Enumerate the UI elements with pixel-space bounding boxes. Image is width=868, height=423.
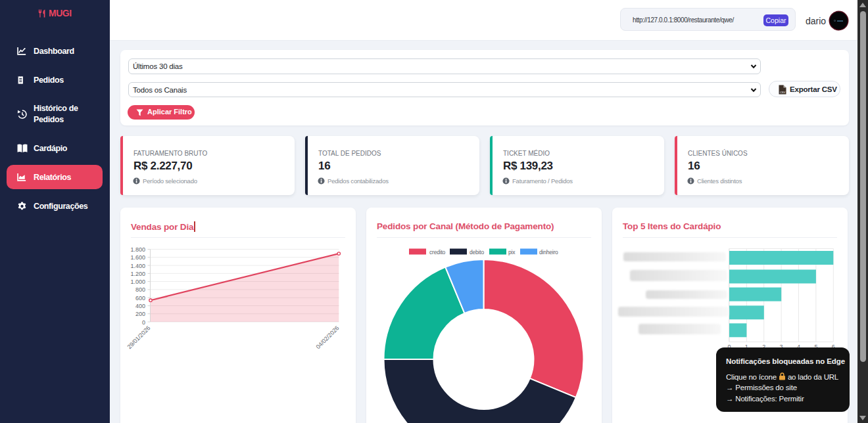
- svg-text:1.000: 1.000: [130, 278, 145, 285]
- svg-text:credito: credito: [429, 249, 446, 256]
- svg-text:29/01/2026: 29/01/2026: [126, 324, 151, 350]
- svg-text:1.400: 1.400: [130, 263, 145, 269]
- svg-text:dinheiro: dinheiro: [539, 249, 558, 256]
- svg-text:04/02/2026: 04/02/2026: [314, 324, 340, 350]
- svg-text:1.800: 1.800: [130, 246, 145, 253]
- svg-text:pix: pix: [508, 249, 516, 256]
- svg-text:1.200: 1.200: [130, 271, 145, 277]
- svg-text:400: 400: [135, 303, 145, 309]
- svg-text:0: 0: [142, 319, 145, 326]
- svg-text:1.600: 1.600: [130, 254, 145, 261]
- svg-text:600: 600: [135, 295, 145, 301]
- svg-text:200: 200: [135, 311, 145, 317]
- svg-text:CSV: CSV: [780, 91, 786, 94]
- svg-text:debito: debito: [470, 249, 484, 256]
- svg-text:800: 800: [135, 286, 145, 293]
